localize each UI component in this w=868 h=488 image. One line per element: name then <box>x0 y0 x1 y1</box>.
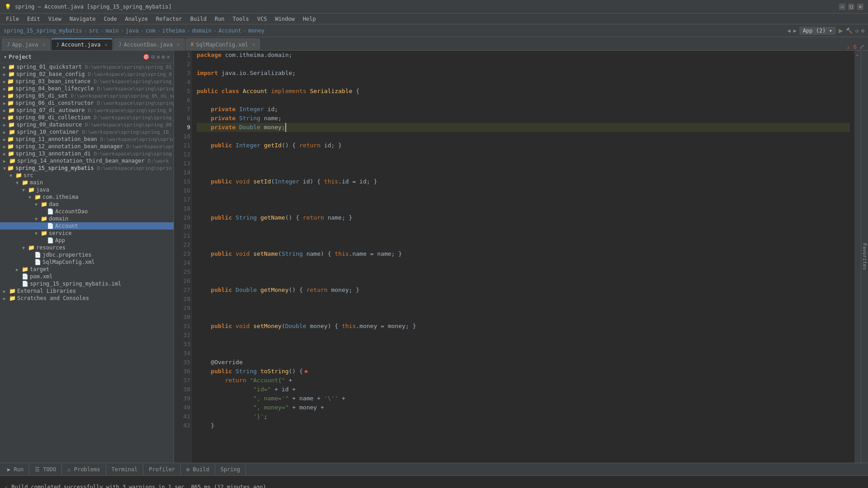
tree-item-resources[interactable]: ▼ 📁 resources <box>0 244 174 251</box>
tree-item-service[interactable]: ▼ 📁 service <box>0 230 174 237</box>
tab-close-app[interactable]: ✕ <box>42 42 45 47</box>
code-line-30 <box>197 313 850 322</box>
tree-item-spring15[interactable]: ▼ 📁 spring_15_spring_mybatis D:\workspac… <box>0 164 174 172</box>
tree-item-target[interactable]: ▶ 📁 target <box>0 266 174 273</box>
menu-help[interactable]: Help <box>299 15 320 23</box>
run-button[interactable]: ▶ <box>839 26 843 35</box>
menu-navigate[interactable]: Navigate <box>66 15 99 23</box>
menu-file[interactable]: File <box>2 15 23 23</box>
tree-item-java[interactable]: ▼ 📁 java <box>0 186 174 193</box>
tree-item-spring09[interactable]: ▶ 📁 spring_09_datasource D:\workspace\sp… <box>0 121 174 128</box>
close-button[interactable]: ✕ <box>857 4 863 10</box>
tree-item-jdbc-props[interactable]: 📄 jdbc.properties <box>0 251 174 258</box>
tree-item-dao[interactable]: ▼ 📁 dao <box>0 201 174 208</box>
favorites-panel[interactable]: Favorites <box>861 51 868 463</box>
tree-item-iml[interactable]: 📄 spring_15_spring_mybatis.iml <box>0 280 174 287</box>
reload-button[interactable]: ↺ <box>855 28 859 34</box>
tab-app-java[interactable]: J App.java ✕ <box>2 38 50 50</box>
tab-close-accountdao[interactable]: ✕ <box>177 42 180 47</box>
tab-close-sqlmapconfig[interactable]: ✕ <box>252 42 255 47</box>
tree-item-external-libs[interactable]: ▶ 📁 External Libraries <box>0 287 174 295</box>
menu-build[interactable]: Build <box>187 15 210 23</box>
line-num-33: 33 <box>176 340 190 349</box>
code-line-26 <box>197 277 850 286</box>
tree-item-account[interactable]: 📄 Account <box>0 222 174 230</box>
tool-tab-build[interactable]: ⚙ Build <box>181 463 215 476</box>
menu-run[interactable]: Run <box>211 15 228 23</box>
settings-project-icon[interactable]: ⚙ <box>162 54 165 60</box>
code-line-31: public void setMoney(Double money) { thi… <box>197 322 850 331</box>
menu-code[interactable]: Code <box>100 15 121 23</box>
nav-money[interactable]: money <box>248 28 264 34</box>
menu-tools[interactable]: Tools <box>229 15 253 23</box>
tree-item-spring01[interactable]: ▶ 📁 spring_01_quickstart D:\workspace\sp… <box>0 63 174 70</box>
tab-sqlmapconfig-xml[interactable]: X SqlMapConfig.xml ✕ <box>186 38 260 50</box>
tree-item-domain[interactable]: ▼ 📁 domain <box>0 215 174 222</box>
line-num-29: 29 <box>176 304 190 313</box>
code-content[interactable]: package com.itheima.domain; import java.… <box>192 51 854 463</box>
menu-analyze[interactable]: Analyze <box>121 15 151 23</box>
project-dropdown-icon[interactable]: ▾ <box>4 54 7 60</box>
tab-close-account[interactable]: ✕ <box>104 42 108 48</box>
menu-edit[interactable]: Edit <box>24 15 44 23</box>
tab-icon-account: J <box>56 42 59 48</box>
nav-com[interactable]: com <box>146 28 156 34</box>
tool-tab-todo[interactable]: ☰ TODO <box>29 463 62 476</box>
tree-item-com-itheima[interactable]: ▼ 📁 com.itheima <box>0 193 174 201</box>
tool-tab-problems[interactable]: ⚠ Problems <box>62 463 106 476</box>
tree-item-main[interactable]: ▼ 📁 main <box>0 179 174 186</box>
locate-icon[interactable]: 🎯 <box>143 54 150 60</box>
tab-accountdao-java[interactable]: J AccountDao.java ✕ <box>113 38 185 50</box>
tool-tab-profiler[interactable]: Profiler <box>143 463 181 476</box>
tree-item-spring12[interactable]: ▶ 📁 spring_12_annotation_bean_manager D:… <box>0 143 174 150</box>
code-editor[interactable]: 1 2 3 4 5 6 7 8 9 10 11 12 13 14 15 16 1… <box>174 51 861 463</box>
minimize-button[interactable]: — <box>839 4 845 10</box>
build-button[interactable]: 🔨 <box>846 28 853 34</box>
nav-main[interactable]: main <box>106 28 119 34</box>
nav-java[interactable]: java <box>126 28 139 34</box>
menu-view[interactable]: View <box>45 15 65 23</box>
tree-item-spring14[interactable]: ▶ 📁 spring_14_annotation_third_bean_mana… <box>0 157 174 164</box>
menu-refactor[interactable]: Refactor <box>152 15 186 23</box>
close-panel-icon[interactable]: ✕ <box>167 54 170 60</box>
build-success-icon: ✓ <box>5 484 8 488</box>
tree-item-spring07[interactable]: ▶ 📁 spring_07_di_autoware D:\workspace\s… <box>0 107 174 114</box>
tree-item-spring05[interactable]: ▶ 📁 spring_05_di_set D:\workspace\spring… <box>0 92 174 99</box>
sort-icon[interactable]: ≡ <box>156 54 160 60</box>
tree-item-scratches[interactable]: ▶ 📁 Scratches and Consoles <box>0 295 174 302</box>
tree-item-spring04[interactable]: ▶ 📁 spring_04_bean_lifecycle D:\workspac… <box>0 85 174 92</box>
tree-item-spring13[interactable]: ▶ 📁 spring_13_annotation_di D:\workspace… <box>0 150 174 157</box>
nav-forward-icon[interactable]: ▶ <box>793 28 797 34</box>
line-num-31: 31 <box>176 322 190 331</box>
tree-item-accountdao[interactable]: 📄 AccountDao <box>0 208 174 215</box>
menu-vcs[interactable]: VCS <box>254 15 271 23</box>
tool-tab-spring[interactable]: Spring <box>215 463 246 476</box>
settings-icon[interactable]: ⚙ <box>861 28 864 34</box>
nav-account[interactable]: Account <box>218 28 241 34</box>
title-right: — □ ✕ <box>839 4 863 10</box>
nav-back-icon[interactable]: ◀ <box>787 28 790 34</box>
code-line-20 <box>197 222 850 231</box>
tree-item-spring06[interactable]: ▶ 📁 spring_06_di_constructor D:\workspac… <box>0 99 174 107</box>
tree-item-spring08[interactable]: ▶ 📁 spring_08_di_collection D:\workspace… <box>0 114 174 121</box>
nav-project[interactable]: spring_15_spring_mybatis <box>4 28 82 34</box>
collapse-all-icon[interactable]: ⊟ <box>151 54 155 60</box>
tree-item-src[interactable]: ▼ 📁 src <box>0 172 174 179</box>
tab-account-java[interactable]: J Account.java ✕ <box>51 38 113 50</box>
nav-domain[interactable]: domain <box>192 28 212 34</box>
menu-window[interactable]: Window <box>271 15 298 23</box>
tree-item-pom[interactable]: 📄 pom.xml <box>0 273 174 280</box>
expand-editor-icon[interactable]: ⤢ <box>859 43 864 50</box>
maximize-button[interactable]: □ <box>848 4 854 10</box>
tree-item-spring03[interactable]: ▶ 📁 spring_03_bean_instance D:\workspace… <box>0 78 174 85</box>
tree-item-app[interactable]: 📄 App <box>0 237 174 244</box>
run-config-dropdown[interactable]: App (2) ▾ <box>799 27 836 35</box>
tree-item-spring10[interactable]: ▶ 📁 spring_10_container D:\workspace\spr… <box>0 128 174 136</box>
tree-item-spring11[interactable]: ▶ 📁 spring_11_annotation_bean D:\workspa… <box>0 136 174 143</box>
nav-src[interactable]: src <box>89 28 99 34</box>
tree-item-sqlmapconfig[interactable]: 📄 SqlMapConfig.xml <box>0 258 174 266</box>
tree-item-spring02[interactable]: ▶ 📁 spring_02_base_config D:\workspace\s… <box>0 70 174 78</box>
tool-tab-run[interactable]: ▶ Run <box>2 463 29 476</box>
nav-itheima[interactable]: itheima <box>162 28 185 34</box>
tool-tab-terminal[interactable]: Terminal <box>106 463 144 476</box>
